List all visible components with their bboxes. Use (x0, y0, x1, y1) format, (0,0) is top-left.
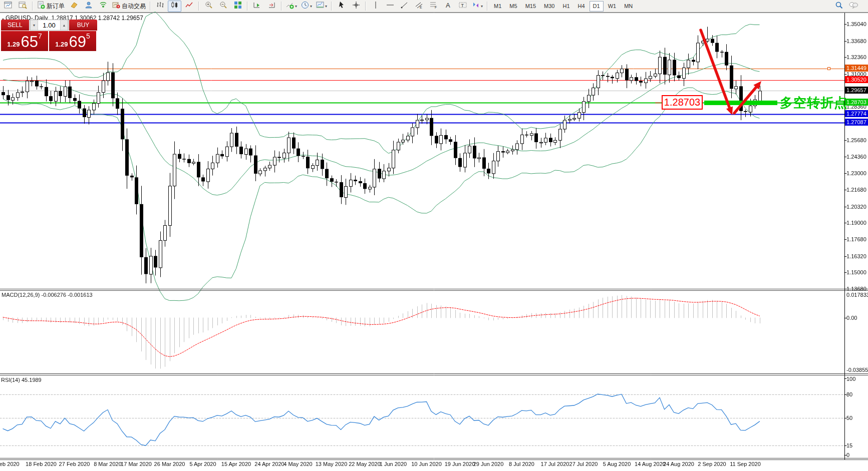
price-tick-label: 1.19000 (846, 220, 866, 226)
trading-platform-window: 新订单自动交易▾▾▾EFAT▾M1M5M15M30H1H4D1W1MN ▴GBP… (0, 0, 868, 471)
macd-tick-label: 0.00 (846, 315, 857, 321)
price-tick-label: 1.24360 (846, 154, 866, 160)
buy-price-box[interactable]: 1.29 69 5 (49, 31, 96, 51)
price-tick-label: 1.16320 (846, 253, 866, 259)
price-chart-canvas[interactable] (0, 0, 868, 471)
price-tick-label: 1.13680 (846, 286, 866, 292)
sell-price-sup: 7 (38, 29, 42, 44)
price-tick-label: 1.32360 (846, 54, 866, 60)
price-level-badge: 1.30520 (845, 76, 868, 83)
macd-tick-label: -0.038559 (846, 367, 868, 373)
volume-up-icon[interactable]: ▲ (60, 20, 68, 30)
price-tick-label: 1.21680 (846, 187, 866, 193)
price-level-badge: 1.31449 (845, 65, 868, 72)
price-tick-label: 1.23000 (846, 170, 866, 176)
rsi-tick-label: 50 (846, 415, 852, 421)
price-level-badge: 1.27087 (845, 119, 868, 126)
rsi-tick-label: 80 (846, 391, 852, 397)
price-tick-label: 1.33680 (846, 38, 866, 44)
sell-price-prefix: 1.29 (7, 40, 20, 50)
price-level-badge: 1.27774 (845, 110, 868, 117)
volume-down-icon[interactable]: ▼ (30, 20, 38, 30)
price-level-badge: 1.29657 (845, 87, 868, 94)
price-tick-label: 1.20320 (846, 204, 866, 210)
turning-point-annotation[interactable]: 多空转折点 (780, 94, 847, 112)
price-tick-label: 1.17680 (846, 236, 866, 242)
rsi-indicator-label: RSI(14) 45.1989 (1, 377, 42, 383)
price-tag-label[interactable]: 1.28703 (662, 95, 703, 110)
price-level-badge: 1.28703 (845, 99, 868, 106)
rsi-tick-label: 100 (846, 376, 855, 382)
sell-button[interactable]: SELL (1, 20, 29, 31)
macd-indicator-label: MACD(12,26,9) -0.006276 -0.001613 (2, 292, 93, 298)
buy-price-sup: 5 (86, 29, 90, 44)
rsi-tick-label: 15 (846, 442, 852, 448)
macd-tick-label: 0.017833 (846, 292, 868, 298)
buy-price-prefix: 1.29 (55, 40, 68, 50)
date-label: 11 Sep 2020 (724, 461, 766, 467)
buy-button[interactable]: BUY (69, 20, 97, 31)
sell-price-main: 65 (21, 35, 38, 50)
rsi-tick-label: 0 (846, 452, 849, 458)
volume-stepper: ▼ ▲ (30, 20, 69, 31)
price-tick-label: 1.15000 (846, 269, 866, 275)
one-click-trade-panel: SELL ▼ ▲ BUY 1.29 65 7 1.29 69 5 (1, 20, 97, 51)
price-tick-label: 1.35040 (846, 21, 866, 27)
buy-price-main: 69 (69, 35, 86, 50)
price-tick-label: 1.25680 (846, 137, 866, 143)
sell-price-box[interactable]: 1.29 65 7 (1, 31, 48, 51)
